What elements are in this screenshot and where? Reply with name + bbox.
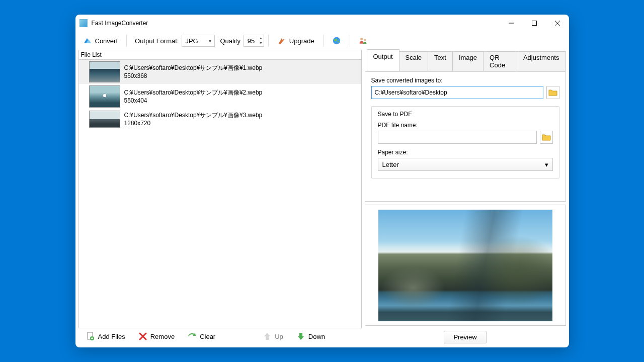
tab-image[interactable]: Image xyxy=(452,51,484,71)
titlebar: Fast ImageConverter xyxy=(75,15,569,32)
separator xyxy=(268,35,269,47)
window-title: Fast ImageConverter xyxy=(92,20,500,27)
thumbnail xyxy=(89,111,120,128)
preview-button-row: Preview xyxy=(365,329,566,344)
close-button[interactable] xyxy=(546,15,569,32)
upgrade-label: Upgrade xyxy=(289,37,314,45)
output-format-select[interactable]: JPG ▾ xyxy=(182,35,215,47)
add-files-button[interactable]: Add Files xyxy=(82,329,130,343)
chevron-down-icon: ▾ xyxy=(545,161,548,168)
remove-label: Remove xyxy=(150,333,175,340)
users-icon xyxy=(359,36,368,45)
down-button[interactable]: Down xyxy=(292,329,330,343)
thumbnail xyxy=(89,61,120,82)
add-files-icon xyxy=(86,332,95,341)
file-meta: C:¥Users¥softaro¥Desktop¥サンプル¥画像¥2.webp … xyxy=(124,88,263,105)
file-path: C:¥Users¥softaro¥Desktop¥サンプル¥画像¥3.webp xyxy=(124,111,263,119)
down-label: Down xyxy=(308,333,325,340)
convert-label: Convert xyxy=(95,37,118,45)
save-to-pdf-label: Save to PDF xyxy=(376,111,414,118)
bottombar: Add Files Remove Clear Up Down xyxy=(78,328,362,344)
globe-button[interactable] xyxy=(328,34,346,48)
right-column: Output Scale Text Image QR Code Adjustme… xyxy=(365,50,566,344)
preview-image xyxy=(378,210,552,321)
svg-point-9 xyxy=(364,39,366,41)
remove-button[interactable]: Remove xyxy=(134,329,179,343)
clear-icon xyxy=(188,332,197,341)
clear-label: Clear xyxy=(200,333,215,340)
tabs-panel: Save converted images to: Save to PDF xyxy=(365,71,566,202)
svg-rect-1 xyxy=(532,21,536,26)
save-to-pdf-fieldset: Save to PDF PDF file name: xyxy=(371,106,559,178)
add-files-label: Add Files xyxy=(98,333,125,340)
file-dims: 550x404 xyxy=(124,97,263,105)
folder-icon xyxy=(548,89,557,96)
list-item[interactable]: C:¥Users¥softaro¥Desktop¥サンプル¥画像¥3.webp … xyxy=(79,109,361,129)
tab-qrcode[interactable]: QR Code xyxy=(483,51,517,71)
pdf-filename-row: PDF file name: xyxy=(378,122,553,144)
folder-icon xyxy=(542,134,551,141)
paper-size-label: Paper size: xyxy=(378,149,553,156)
file-path: C:¥Users¥softaro¥Desktop¥サンプル¥画像¥2.webp xyxy=(124,88,263,97)
separator xyxy=(126,35,127,47)
chevron-down-icon: ▾ xyxy=(209,38,211,44)
quality-value[interactable] xyxy=(244,35,258,46)
file-dims: 550x368 xyxy=(124,72,263,80)
list-item[interactable]: C:¥Users¥softaro¥Desktop¥サンプル¥画像¥2.webp … xyxy=(79,84,361,109)
save-to-row: Save converted images to: xyxy=(371,77,559,99)
up-icon xyxy=(263,332,272,341)
paper-size-select[interactable]: Letter ▾ xyxy=(378,158,553,171)
file-path: C:¥Users¥softaro¥Desktop¥サンプル¥画像¥1.webp xyxy=(124,64,263,72)
preview-box xyxy=(365,205,566,326)
separator xyxy=(323,35,324,47)
minimize-button[interactable] xyxy=(500,15,523,32)
filelist-header: File List xyxy=(78,50,362,59)
list-item[interactable]: C:¥Users¥softaro¥Desktop¥サンプル¥画像¥1.webp … xyxy=(79,60,361,84)
quality-spinner[interactable]: ▲ ▼ xyxy=(244,35,264,47)
app-window: Fast ImageConverter Convert Output Forma… xyxy=(75,15,569,347)
file-dims: 644x362 xyxy=(124,119,263,127)
convert-icon xyxy=(83,36,92,45)
upgrade-icon xyxy=(277,36,286,45)
quality-down-icon[interactable]: ▼ xyxy=(258,41,264,46)
tab-scale[interactable]: Scale xyxy=(399,51,429,71)
remove-icon xyxy=(138,332,147,341)
clear-button[interactable]: Clear xyxy=(183,329,220,343)
up-button[interactable]: Up xyxy=(258,329,288,343)
paper-size-row: Paper size: Letter ▾ xyxy=(378,149,553,171)
thumbnail xyxy=(89,85,120,108)
output-format-label: Output Format: xyxy=(135,37,179,45)
close-icon xyxy=(555,21,560,26)
file-meta: C:¥Users¥softaro¥Desktop¥サンプル¥画像¥1.webp … xyxy=(124,64,263,80)
users-button[interactable] xyxy=(354,34,372,48)
svg-point-7 xyxy=(338,41,340,43)
maximize-icon xyxy=(532,21,537,26)
output-format-value: JPG xyxy=(185,37,198,45)
preview-button[interactable]: Preview xyxy=(444,331,486,343)
browse-pdf-button[interactable] xyxy=(540,131,553,144)
file-meta: C:¥Users¥softaro¥Desktop¥サンプル¥画像¥3.webp … xyxy=(124,111,263,127)
save-to-label: Save converted images to: xyxy=(371,77,559,84)
maximize-button[interactable] xyxy=(523,15,546,32)
tabs-wrapper: Output Scale Text Image QR Code Adjustme… xyxy=(365,50,566,202)
convert-button[interactable]: Convert xyxy=(78,34,123,48)
separator xyxy=(350,35,350,47)
save-to-input[interactable] xyxy=(371,86,543,99)
quality-up-icon[interactable]: ▲ xyxy=(258,36,264,41)
toolbar: Convert Output Format: JPG ▾ Quality ▲ ▼… xyxy=(75,32,569,50)
filelist[interactable]: C:¥Users¥softaro¥Desktop¥サンプル¥画像¥1.webp … xyxy=(78,59,362,328)
svg-point-8 xyxy=(360,38,363,40)
pdf-filename-input[interactable] xyxy=(378,131,537,144)
tab-text[interactable]: Text xyxy=(428,51,453,71)
browse-save-to-button[interactable] xyxy=(546,86,559,99)
tab-adjustments[interactable]: Adjustments xyxy=(517,51,566,71)
app-icon xyxy=(79,19,88,27)
left-column: File List C:¥Users¥softaro¥Desktop¥サンプル¥… xyxy=(78,50,362,344)
pdf-filename-label: PDF file name: xyxy=(378,122,553,129)
minimize-icon xyxy=(509,21,514,26)
tabstrip: Output Scale Text Image QR Code Adjustme… xyxy=(365,49,566,71)
tab-content-output: Save converted images to: Save to PDF xyxy=(365,71,566,201)
upgrade-button[interactable]: Upgrade xyxy=(273,34,319,48)
tab-output[interactable]: Output xyxy=(367,49,399,71)
globe-icon xyxy=(332,36,341,45)
